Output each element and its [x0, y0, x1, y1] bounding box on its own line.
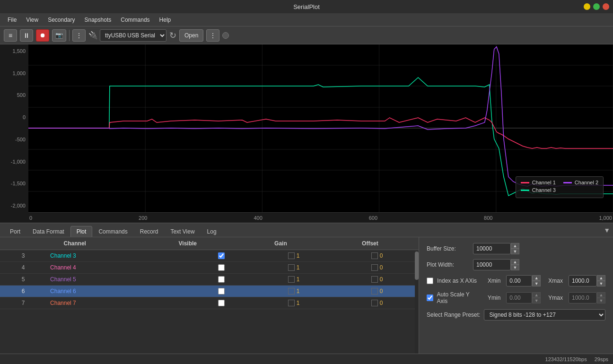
x-tick-800: 800 — [484, 215, 492, 221]
ymax-label: Ymax — [548, 295, 563, 301]
y-tick--500: -500 — [15, 137, 26, 142]
toolbar-more2-button[interactable]: ⋮ — [206, 29, 219, 42]
menu-snapshots[interactable]: Snapshots — [81, 15, 115, 25]
auto-scale-label: Auto Scale Y Axis — [437, 291, 480, 304]
channel-4-visible[interactable] — [191, 262, 253, 274]
channel-4-name[interactable]: Channel 4 — [46, 262, 191, 274]
plot-width-row: Plot Width: ▲ ▼ — [427, 259, 605, 270]
settings-panel: Buffer Size: ▲ ▼ Plot Width: ▲ ▼ — [419, 237, 613, 364]
ymin-down[interactable]: ▼ — [532, 298, 541, 303]
app-title: SerialPlot — [293, 3, 320, 10]
xmax-down[interactable]: ▼ — [597, 281, 605, 286]
channel-6-gain: 1 — [252, 286, 335, 297]
title-bar: SerialPlot — [0, 0, 613, 13]
toolbar-menu-button[interactable]: ≡ — [4, 29, 17, 42]
buffer-size-row: Buffer Size: ▲ ▼ — [427, 243, 605, 254]
table-row: 3 Channel 3 1 0 — [0, 250, 419, 262]
port-select[interactable]: ttyUSB0 USB Serial — [100, 29, 166, 42]
ymax-input[interactable] — [569, 292, 597, 303]
plot-width-input[interactable] — [473, 259, 511, 270]
channel-table-scroll[interactable]: 3 Channel 3 1 0 — [0, 250, 419, 356]
row-num-3: 3 — [0, 250, 46, 262]
menu-commands[interactable]: Commands — [117, 15, 153, 25]
sample-rate: 29sps — [595, 356, 608, 362]
camera-button[interactable]: 📷 — [52, 29, 66, 42]
ch6-visible-checkbox[interactable] — [218, 288, 225, 295]
row-num-7: 7 — [0, 297, 46, 309]
channel-7-visible[interactable] — [191, 297, 253, 309]
xmin-up[interactable]: ▲ — [532, 275, 541, 281]
buffer-size-input[interactable] — [473, 243, 511, 254]
ymax-up[interactable]: ▲ — [597, 292, 605, 298]
channel-6-offset: 0 — [335, 286, 419, 297]
tab-commands[interactable]: Commands — [92, 226, 133, 237]
menu-view[interactable]: View — [22, 15, 42, 25]
y-tick--2000: -2,000 — [11, 203, 26, 208]
ch6-gain-box — [288, 288, 295, 295]
x-tick-1000: 1,000 — [599, 215, 612, 221]
tab-expand-button[interactable]: ▼ — [604, 226, 610, 234]
chart-legend: Channel 1 Channel 2 Channel 3 — [516, 176, 604, 198]
maximize-button[interactable] — [593, 3, 600, 10]
ymin-up[interactable]: ▲ — [532, 292, 541, 298]
pause-button[interactable]: ⏸ — [20, 29, 33, 42]
tab-port[interactable]: Port — [4, 226, 26, 237]
xmax-input-wrap: ▲ ▼ — [569, 275, 605, 286]
tab-record[interactable]: Record — [134, 226, 165, 237]
xmax-input[interactable] — [569, 275, 597, 286]
ch5-offset-box — [371, 276, 378, 283]
legend-ch2-color — [563, 182, 572, 183]
ch3-offset-box — [371, 252, 378, 259]
close-button[interactable] — [603, 3, 609, 10]
xmax-up[interactable]: ▲ — [597, 275, 605, 281]
channel-5-visible[interactable] — [191, 274, 253, 286]
plot-width-input-wrap: ▲ ▼ — [473, 259, 519, 270]
x-tick-600: 600 — [369, 215, 377, 221]
auto-scale-checkbox[interactable] — [427, 295, 433, 301]
plot-width-up[interactable]: ▲ — [511, 259, 519, 265]
row-num-6: 6 — [0, 286, 46, 297]
buffer-size-down[interactable]: ▼ — [511, 249, 519, 254]
ch5-visible-checkbox[interactable] — [218, 276, 225, 283]
refresh-button[interactable]: ↻ — [169, 30, 176, 41]
record-button[interactable]: ⏺ — [36, 29, 49, 42]
ch4-visible-checkbox[interactable] — [218, 264, 225, 271]
channel-3-visible[interactable] — [191, 250, 253, 262]
tab-plot[interactable]: Plot — [70, 226, 93, 237]
channel-7-name[interactable]: Channel 7 — [46, 297, 191, 309]
legend-ch3-color — [521, 190, 529, 191]
ch3-visible-checkbox[interactable] — [218, 252, 225, 259]
channel-6-name[interactable]: Channel 6 — [46, 286, 191, 297]
plot-width-down[interactable]: ▼ — [511, 265, 519, 270]
xmin-spinners: ▲ ▼ — [532, 275, 541, 286]
y-tick--1000: -1,000 — [11, 159, 26, 165]
range-preset-select[interactable]: Signed 8 bits -128 to +127 Unsigned 8 bi… — [484, 309, 605, 321]
index-x-row: Index as X AXis Xmin ▲ ▼ Xmax ▲ ▼ — [427, 275, 605, 286]
menu-secondary[interactable]: Secondary — [44, 15, 79, 25]
x-tick-200: 200 — [139, 215, 147, 221]
y-tick--1500: -1,500 — [11, 181, 26, 186]
tab-log[interactable]: Log — [201, 226, 223, 237]
ymin-label: Ymin — [488, 295, 500, 301]
buffer-size-spinners: ▲ ▼ — [511, 243, 519, 254]
tab-text-view[interactable]: Text View — [164, 226, 201, 237]
minimize-button[interactable] — [584, 3, 590, 10]
buffer-size-up[interactable]: ▲ — [511, 243, 519, 249]
menu-file[interactable]: File — [4, 15, 20, 25]
xmin-input[interactable] — [506, 275, 532, 286]
channel-5-name[interactable]: Channel 5 — [46, 274, 191, 286]
ymax-down[interactable]: ▼ — [597, 298, 605, 303]
buffer-size-input-wrap: ▲ ▼ — [473, 243, 519, 254]
menu-help[interactable]: Help — [156, 15, 175, 25]
xmin-down[interactable]: ▼ — [532, 281, 541, 286]
ymax-input-wrap: ▲ ▼ — [569, 292, 605, 303]
ch7-visible-checkbox[interactable] — [218, 300, 225, 306]
connection-indicator — [222, 32, 229, 39]
index-x-checkbox[interactable] — [427, 277, 433, 284]
open-button[interactable]: Open — [179, 29, 203, 42]
tab-data-format[interactable]: Data Format — [26, 226, 70, 237]
ymin-input[interactable] — [506, 292, 532, 303]
toolbar-more-button[interactable]: ⋮ — [72, 29, 86, 42]
channel-3-name[interactable]: Channel 3 — [46, 250, 191, 262]
channel-6-visible[interactable] — [191, 286, 253, 297]
